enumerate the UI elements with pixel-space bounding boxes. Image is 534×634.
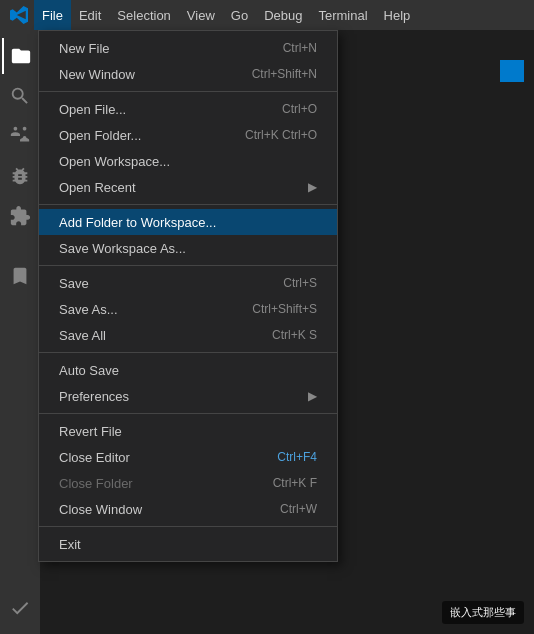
menu-save[interactable]: Save Ctrl+S xyxy=(39,270,337,296)
menu-file[interactable]: File xyxy=(34,0,71,30)
checkmark-icon[interactable] xyxy=(2,590,38,626)
menu-new-file[interactable]: New File Ctrl+N xyxy=(39,35,337,61)
menu-selection[interactable]: Selection xyxy=(109,0,178,30)
menu-close-editor[interactable]: Close Editor Ctrl+F4 xyxy=(39,444,337,470)
menu-auto-save[interactable]: Auto Save xyxy=(39,357,337,383)
menu-view[interactable]: View xyxy=(179,0,223,30)
menu-exit[interactable]: Exit xyxy=(39,531,337,557)
menu-debug[interactable]: Debug xyxy=(256,0,310,30)
search-icon[interactable] xyxy=(2,78,38,114)
file-dropdown-menu: New File Ctrl+N New Window Ctrl+Shift+N … xyxy=(38,30,338,562)
source-control-icon[interactable] xyxy=(2,118,38,154)
blue-accent-square xyxy=(500,60,524,82)
menu-edit[interactable]: Edit xyxy=(71,0,109,30)
menu-preferences[interactable]: Preferences ▶ xyxy=(39,383,337,409)
menu-close-window[interactable]: Close Window Ctrl+W xyxy=(39,496,337,522)
separator-2 xyxy=(39,204,337,205)
menu-bar: File Edit Selection View Go Debug Termin… xyxy=(0,0,534,30)
debug-icon[interactable] xyxy=(2,158,38,194)
files-icon[interactable] xyxy=(2,38,38,74)
menu-help[interactable]: Help xyxy=(376,0,419,30)
menu-open-recent[interactable]: Open Recent ▶ xyxy=(39,174,337,200)
menu-add-folder-workspace[interactable]: Add Folder to Workspace... xyxy=(39,209,337,235)
menu-terminal[interactable]: Terminal xyxy=(310,0,375,30)
menu-open-file[interactable]: Open File... Ctrl+O xyxy=(39,96,337,122)
vscode-logo xyxy=(4,0,34,30)
menu-open-workspace[interactable]: Open Workspace... xyxy=(39,148,337,174)
separator-3 xyxy=(39,265,337,266)
menu-save-workspace-as[interactable]: Save Workspace As... xyxy=(39,235,337,261)
activity-bar xyxy=(0,30,40,634)
menu-go[interactable]: Go xyxy=(223,0,256,30)
menu-close-folder[interactable]: Close Folder Ctrl+K F xyxy=(39,470,337,496)
separator-1 xyxy=(39,91,337,92)
menu-revert-file[interactable]: Revert File xyxy=(39,418,337,444)
menu-save-as[interactable]: Save As... Ctrl+Shift+S xyxy=(39,296,337,322)
bookmark-icon[interactable] xyxy=(2,258,38,294)
extensions-icon[interactable] xyxy=(2,198,38,234)
watermark: 嵌入式那些事 xyxy=(442,601,524,624)
separator-6 xyxy=(39,526,337,527)
separator-5 xyxy=(39,413,337,414)
menu-save-all[interactable]: Save All Ctrl+K S xyxy=(39,322,337,348)
menu-new-window[interactable]: New Window Ctrl+Shift+N xyxy=(39,61,337,87)
separator-4 xyxy=(39,352,337,353)
menu-open-folder[interactable]: Open Folder... Ctrl+K Ctrl+O xyxy=(39,122,337,148)
